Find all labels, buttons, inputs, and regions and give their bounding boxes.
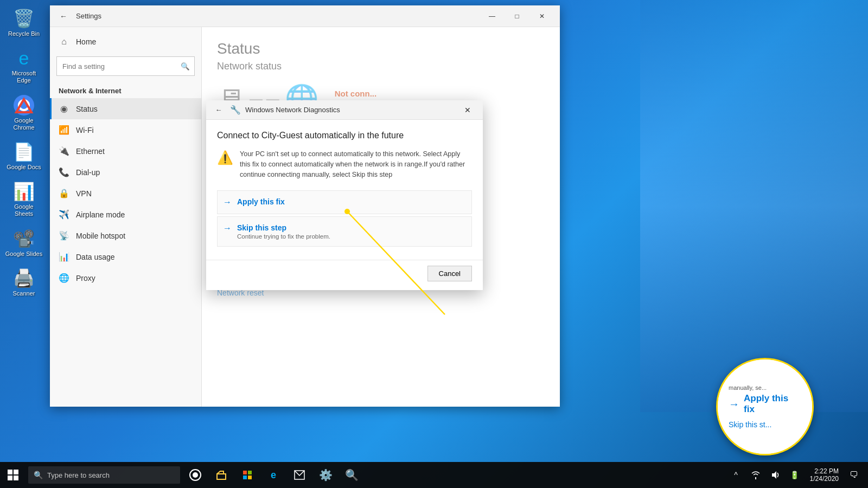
airplane-icon: ✈️ <box>59 209 69 220</box>
sidebar-item-airplane[interactable]: ✈️ Airplane mode <box>50 204 201 225</box>
diag-warning-text: Your PC isn't set up to connect automati… <box>240 149 472 179</box>
slides-label: Google Slides <box>5 251 43 258</box>
taskbar-app-mail[interactable] <box>286 462 312 488</box>
taskbar-app-settings[interactable]: ⚙️ <box>312 462 339 488</box>
desktop-icon-area: 🗑️ Recycle Bin e Microsoft Edge Google C… <box>0 0 48 299</box>
diag-warning-box: ⚠️ Your PC isn't set up to connect autom… <box>217 149 472 179</box>
magnify-arrow-icon: → <box>729 398 739 410</box>
taskbar-search-text: Type here to search <box>47 471 110 479</box>
taskbar-app-files[interactable] <box>208 462 234 488</box>
skip-step-option[interactable]: → Skip this step Continue trying to fix … <box>217 216 472 247</box>
sidebar-wifi-label: Wi-Fi <box>76 126 94 134</box>
diag-title-icon: 🔧 <box>230 105 241 115</box>
svg-rect-15 <box>248 476 252 479</box>
search-area: 🔍 <box>56 56 195 76</box>
recycle-bin-label: Recycle Bin <box>8 30 40 37</box>
ethernet-icon: 🔌 <box>59 146 69 156</box>
warning-icon: ⚠️ <box>217 150 233 179</box>
recycle-bin-icon[interactable]: 🗑️ Recycle Bin <box>2 5 46 40</box>
taskbar-app-search[interactable]: 🔍 <box>339 462 365 488</box>
sidebar-item-ethernet[interactable]: 🔌 Ethernet <box>50 140 201 162</box>
taskbar-app-edge[interactable]: e <box>260 462 286 488</box>
taskbar-clock[interactable]: 2:22 PM 1/24/2020 <box>806 462 843 488</box>
cancel-button[interactable]: Cancel <box>427 266 472 281</box>
scanner-label: Scanner <box>13 290 35 297</box>
diag-title-text: Windows Network Diagnostics <box>245 106 454 114</box>
magnify-overlay: manually, se... → Apply this fix Skip th… <box>716 358 814 455</box>
tray-battery-icon[interactable]: 🔋 <box>786 462 803 488</box>
diag-footer: Cancel <box>206 260 483 290</box>
sidebar-item-dialup[interactable]: 📞 Dial-up <box>50 162 201 183</box>
minimize-button[interactable]: — <box>480 5 505 27</box>
notification-button[interactable]: 🗨 <box>845 462 863 488</box>
sidebar-item-data-usage[interactable]: 📊 Data usage <box>50 246 201 267</box>
tray-volume-icon[interactable] <box>767 462 784 488</box>
svg-point-10 <box>193 472 198 478</box>
sheets-icon[interactable]: 📊 Google Sheets <box>2 178 46 220</box>
diag-close-button[interactable]: ✕ <box>458 100 477 120</box>
desktop: 🗑️ Recycle Bin e Microsoft Edge Google C… <box>0 0 868 488</box>
diag-heading: Connect to City-Guest automatically in t… <box>217 131 472 140</box>
diagnostics-dialog: ← 🔧 Windows Network Diagnostics ✕ Connec… <box>206 100 483 290</box>
maximize-button[interactable]: □ <box>505 5 529 27</box>
chrome-img <box>13 94 35 116</box>
settings-back-button[interactable]: ← <box>55 8 72 24</box>
sheets-label: Google Sheets <box>4 203 43 217</box>
diag-body: Connect to City-Guest automatically in t… <box>206 120 483 260</box>
docs-icon[interactable]: 📄 Google Docs <box>2 139 46 173</box>
vpn-icon: 🔒 <box>59 188 69 198</box>
search-button[interactable]: 🔍 <box>175 56 195 76</box>
sidebar-item-vpn[interactable]: 🔒 VPN <box>50 183 201 204</box>
skip-step-desc: Continue trying to fix the problem. <box>237 233 466 240</box>
taskbar: 🔍 Type here to search <box>0 462 868 488</box>
cortana-button[interactable] <box>182 462 208 488</box>
edge-img: e <box>13 47 35 69</box>
apply-fix-option[interactable]: → Apply this fix <box>217 190 472 214</box>
sidebar-vpn-label: VPN <box>76 189 92 198</box>
apply-fix-content: Apply this fix <box>237 197 466 206</box>
sidebar-home-button[interactable]: ⌂ Home <box>50 31 201 52</box>
magnify-skip-label: Skip this st... <box>729 420 771 429</box>
sidebar-proxy-label: Proxy <box>76 274 95 282</box>
sidebar-item-proxy[interactable]: 🌐 Proxy <box>50 267 201 288</box>
chrome-label: Google Chrome <box>4 117 43 131</box>
edge-label: Microsoft Edge <box>4 70 43 84</box>
status-icon: ◉ <box>59 104 69 114</box>
close-button[interactable]: ✕ <box>529 5 554 27</box>
sidebar-data-label: Data usage <box>76 253 115 261</box>
dialup-icon: 📞 <box>59 167 69 177</box>
taskbar-apps: e ⚙️ 🔍 <box>208 462 727 488</box>
proxy-icon: 🌐 <box>59 273 69 283</box>
taskbar-search-bar[interactable]: 🔍 Type here to search <box>28 466 180 484</box>
magnify-small-text: manually, se... <box>729 384 767 391</box>
chrome-icon[interactable]: Google Chrome <box>2 92 46 133</box>
edge-icon[interactable]: e Microsoft Edge <box>2 45 46 86</box>
svg-rect-13 <box>248 471 252 474</box>
settings-title: Settings <box>72 12 480 20</box>
slides-icon[interactable]: 📽️ Google Slides <box>2 226 46 260</box>
taskbar-app-store[interactable] <box>234 462 260 488</box>
sidebar-item-status[interactable]: ◉ Status <box>50 98 201 119</box>
tray-network-icon[interactable] <box>747 462 764 488</box>
sidebar-item-wifi[interactable]: 📶 Wi-Fi <box>50 119 201 140</box>
docs-img: 📄 <box>13 141 35 163</box>
scanner-img: 🖨️ <box>13 267 35 289</box>
sidebar-home-label: Home <box>76 37 96 46</box>
skip-step-title: Skip this step <box>237 223 466 232</box>
clock-time: 2:22 PM <box>814 467 839 475</box>
hotspot-icon: 📡 <box>59 230 69 241</box>
svg-rect-14 <box>243 476 247 479</box>
search-input[interactable] <box>56 56 195 76</box>
clock-date: 1/24/2020 <box>810 475 839 483</box>
svg-rect-6 <box>14 470 18 474</box>
titlebar-controls: — □ ✕ <box>480 5 554 27</box>
slides-img: 📽️ <box>13 228 35 249</box>
tray-chevron[interactable]: ^ <box>727 462 745 488</box>
diag-back-button[interactable]: ← <box>212 103 226 117</box>
start-button[interactable] <box>0 462 26 488</box>
scanner-icon[interactable]: 🖨️ Scanner <box>2 265 46 299</box>
recycle-bin-img: 🗑️ <box>13 8 35 29</box>
sidebar-item-hotspot[interactable]: 📡 Mobile hotspot <box>50 225 201 246</box>
sheets-img: 📊 <box>13 181 35 202</box>
skip-arrow-icon: → <box>223 223 232 233</box>
